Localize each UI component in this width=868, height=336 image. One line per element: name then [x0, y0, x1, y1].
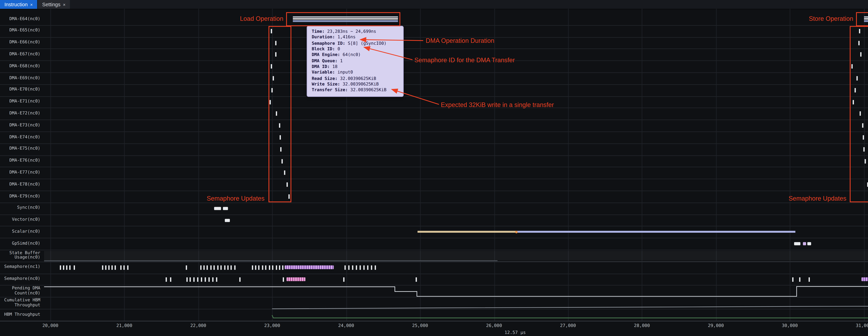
event-tick[interactable] — [204, 265, 205, 270]
event-tick[interactable] — [799, 277, 800, 281]
event-tick[interactable] — [344, 265, 346, 270]
event-tick[interactable] — [272, 265, 273, 270]
semaphore-burst-bar[interactable] — [861, 277, 868, 281]
event-tick[interactable] — [863, 147, 865, 152]
event-tick[interactable] — [273, 76, 274, 80]
event-tick[interactable] — [227, 265, 229, 270]
event-tick[interactable] — [270, 100, 271, 104]
event-tick[interactable] — [258, 265, 259, 270]
event-tick[interactable] — [375, 265, 376, 270]
event-tick[interactable] — [186, 277, 188, 281]
event-tick[interactable] — [858, 41, 860, 45]
event-tick[interactable] — [288, 194, 289, 199]
event-tick[interactable] — [287, 182, 288, 187]
event-tick[interactable] — [214, 265, 215, 270]
event-tick[interactable] — [851, 64, 852, 69]
event-tick[interactable] — [271, 88, 273, 92]
event-tick[interactable] — [282, 159, 283, 163]
event-tick[interactable] — [63, 265, 64, 270]
event-tick[interactable] — [209, 277, 210, 281]
event-tick[interactable] — [356, 265, 357, 270]
event-tick[interactable] — [210, 265, 212, 270]
event-tick[interactable] — [239, 277, 241, 281]
event-tick[interactable] — [193, 277, 195, 281]
event-tick[interactable] — [415, 277, 417, 281]
event-tick[interactable] — [853, 100, 854, 104]
event-tick[interactable] — [234, 265, 236, 270]
event-tick[interactable] — [230, 265, 232, 270]
event-tick[interactable] — [262, 265, 263, 270]
event-tick[interactable] — [856, 76, 858, 80]
event-tick[interactable] — [73, 265, 75, 270]
event-tick[interactable] — [371, 265, 372, 270]
event-tick[interactable] — [207, 265, 208, 270]
event-tick[interactable] — [860, 111, 861, 116]
event-tick[interactable] — [360, 265, 361, 270]
event-tick[interactable] — [859, 29, 860, 33]
event-bar[interactable] — [794, 242, 800, 245]
event-tick[interactable] — [280, 147, 281, 152]
event-bar[interactable] — [807, 242, 811, 245]
event-tick[interactable] — [269, 265, 270, 270]
event-bar[interactable] — [223, 207, 228, 210]
event-tick[interactable] — [170, 277, 171, 281]
event-tick[interactable] — [120, 265, 122, 270]
event-tick[interactable] — [112, 265, 113, 270]
event-tick[interactable] — [102, 265, 103, 270]
event-tick[interactable] — [348, 265, 349, 270]
event-tick[interactable] — [275, 41, 276, 45]
event-tick[interactable] — [863, 135, 864, 140]
event-bar[interactable] — [225, 219, 230, 222]
event-tick[interactable] — [265, 265, 266, 270]
scalar-op-segment[interactable] — [417, 231, 517, 233]
event-tick[interactable] — [282, 265, 283, 270]
semaphore-burst-bar[interactable] — [285, 266, 334, 269]
event-tick[interactable] — [186, 265, 187, 270]
event-tick[interactable] — [60, 265, 61, 270]
event-tick[interactable] — [276, 265, 277, 270]
event-bar[interactable] — [214, 207, 221, 210]
event-tick[interactable] — [865, 159, 866, 163]
event-tick[interactable] — [108, 265, 110, 270]
event-tick[interactable] — [224, 265, 225, 270]
event-tick[interactable] — [127, 265, 128, 270]
event-tick[interactable] — [123, 265, 125, 270]
event-tick[interactable] — [352, 265, 353, 270]
event-tick[interactable] — [363, 265, 365, 270]
event-tick[interactable] — [271, 64, 272, 69]
event-tick[interactable] — [166, 277, 167, 281]
event-tick[interactable] — [276, 111, 277, 116]
event-tick[interactable] — [860, 53, 861, 57]
event-tick[interactable] — [275, 53, 276, 57]
scalar-op-segment[interactable] — [517, 231, 795, 233]
event-tick[interactable] — [200, 265, 202, 270]
event-tick[interactable] — [855, 88, 856, 92]
event-tick[interactable] — [284, 171, 285, 175]
event-tick[interactable] — [212, 277, 213, 281]
event-tick[interactable] — [115, 265, 116, 270]
event-tick[interactable] — [280, 135, 281, 140]
dma-operation-bar[interactable] — [293, 16, 398, 23]
event-tick[interactable] — [217, 265, 219, 270]
event-tick[interactable] — [367, 265, 368, 270]
event-tick[interactable] — [279, 124, 280, 128]
event-tick[interactable] — [205, 277, 206, 281]
event-tick[interactable] — [255, 265, 256, 270]
event-bar[interactable] — [803, 242, 806, 245]
event-tick[interactable] — [283, 277, 284, 281]
event-tick[interactable] — [271, 29, 272, 33]
dma-operation-bar[interactable] — [864, 16, 868, 23]
event-tick[interactable] — [343, 277, 344, 281]
event-tick[interactable] — [279, 265, 280, 270]
event-tick[interactable] — [197, 277, 198, 281]
event-tick[interactable] — [809, 277, 810, 281]
event-tick[interactable] — [867, 182, 868, 187]
event-tick[interactable] — [201, 277, 202, 281]
event-tick[interactable] — [252, 265, 253, 270]
event-tick[interactable] — [190, 277, 191, 281]
event-tick[interactable] — [220, 265, 222, 270]
event-tick[interactable] — [69, 265, 70, 270]
event-tick[interactable] — [216, 277, 217, 281]
event-tick[interactable] — [862, 124, 863, 128]
event-tick[interactable] — [66, 265, 67, 270]
